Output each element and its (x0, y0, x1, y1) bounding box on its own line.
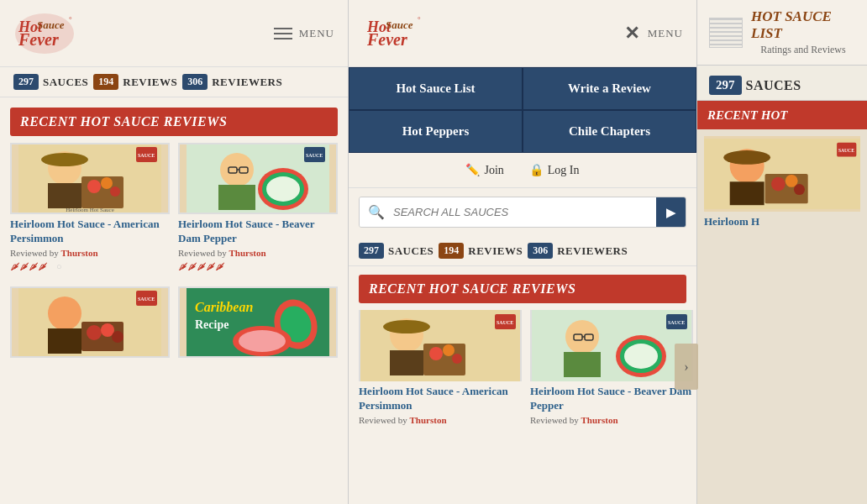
svg-text:SAUCE: SAUCE (838, 148, 854, 153)
reviewers-stat[interactable]: 306 Reviewers (182, 74, 282, 90)
svg-point-31 (48, 297, 81, 330)
reviewers-count: 306 (182, 74, 208, 90)
mobile-reviewers-stat[interactable]: 306 Reviewers (528, 243, 628, 259)
left-section-title: Recent Hot Sauce Reviews (20, 114, 227, 129)
lock-icon: 🔒 (529, 163, 544, 177)
reviews-stat[interactable]: 194 Reviews (93, 74, 177, 90)
mobile-logo-svg: Hot Sauce ° Fever (362, 10, 425, 56)
right-review-preview: SAUCE Heirloom H (697, 129, 867, 236)
svg-text:🌶🌶🌶🌶: 🌶🌶🌶🌶 (10, 261, 47, 271)
join-link[interactable]: ✏️ Join (465, 163, 503, 177)
sauces-stat[interactable]: 297 Sauces (13, 74, 88, 90)
svg-text:○: ○ (56, 261, 62, 271)
svg-text:Caribbean: Caribbean (195, 300, 253, 314)
right-sauces-count: 297 (709, 76, 742, 95)
review-img-4: Caribbean Recipe (178, 286, 338, 358)
mobile-sauces-count: 297 (359, 243, 384, 259)
hamburger-menu[interactable]: MENU (274, 27, 334, 40)
mobile-nav: Hot Sauce List Write a Review Hot Pepper… (349, 67, 696, 153)
search-button[interactable]: ▶ (656, 197, 686, 227)
svg-point-52 (383, 320, 430, 333)
mobile-sauces-stat[interactable]: 297 Sauces (359, 243, 434, 259)
mobile-reviewers-count: 306 (528, 243, 553, 259)
mobile-review-img-1: SAUCE (359, 310, 522, 381)
mobile-review-by-1: Reviewed by Thurston (359, 415, 522, 425)
sauces-count: 297 (13, 74, 39, 90)
svg-rect-53 (390, 350, 423, 375)
mobile-review-img-2: SAUCE (530, 310, 693, 381)
svg-point-11 (101, 177, 113, 189)
logo-svg: Hot Sauce ° Fever (13, 10, 76, 56)
svg-rect-65 (564, 352, 601, 377)
review-title-2: Heirloom Hot Sauce - Beaver Dam Pepper (178, 218, 338, 246)
svg-point-12 (110, 186, 120, 197)
mobile-section-header: Recent Hot Sauce Reviews (359, 275, 686, 303)
mobile-section-title: Recent Hot Sauce Reviews (369, 281, 575, 296)
svg-point-34 (87, 325, 102, 340)
svg-point-10 (87, 180, 101, 193)
mobile-review-card-2[interactable]: SAUCE Heirloom Hot Sauce - Beaver Dam Pe… (530, 310, 693, 425)
mobile-reviews-stat[interactable]: 194 Reviews (439, 243, 523, 259)
chevron-right-icon: › (684, 360, 688, 375)
right-sauces-stat[interactable]: 297 Sauces (709, 76, 855, 95)
right-sauces-label: Sauces (746, 78, 801, 93)
review-by-2: Reviewed by Thurston (178, 248, 338, 258)
mobile-reviews-label: Reviews (468, 244, 523, 258)
left-stats-bar: 297 Sauces 194 Reviews 306 Reviewers (0, 67, 348, 97)
svg-text:SAUCE: SAUCE (497, 320, 513, 325)
right-panel: Hot Sauce List Ratings and Reviews 297 S… (697, 0, 867, 504)
mobile-logo[interactable]: Hot Sauce ° Fever (362, 10, 425, 56)
svg-rect-8 (48, 183, 81, 208)
middle-panel: Hot Sauce ° Fever ✕ MENU Hot Sauce List … (349, 0, 697, 504)
right-section-header: Recent Hot (697, 101, 867, 129)
review-card-4[interactable]: Caribbean Recipe (178, 286, 338, 358)
svg-point-56 (443, 344, 455, 356)
login-link[interactable]: 🔒 Log In (529, 163, 580, 177)
review-card-2[interactable]: SAUCE Heirloom Hot Sauce - Beaver Dam Pe… (178, 143, 338, 275)
svg-text:°: ° (418, 15, 421, 24)
svg-point-78 (794, 184, 805, 195)
svg-point-45 (239, 330, 286, 352)
mobile-stats-bar: 297 Sauces 194 Reviews 306 Reviewers (349, 236, 696, 266)
left-panel: Hot Sauce ° Fever MENU 297 Sauces 194 Re… (0, 0, 349, 504)
svg-text:SAUCE: SAUCE (138, 153, 155, 158)
mobile-review-title-1: Heirloom Hot Sauce - American Persimmon (359, 385, 522, 413)
right-review-title: Heirloom H (704, 215, 860, 229)
review-card-1[interactable]: SAUCE Heirloom Hot Sauce Heirloom Hot Sa… (10, 143, 170, 275)
review-img-3: SAUCE (10, 286, 170, 358)
reviews-count: 194 (93, 74, 118, 90)
mobile-review-by-2: Reviewed by Thurston (530, 415, 693, 425)
svg-text:Fever: Fever (366, 30, 407, 49)
mobile-menu-label: MENU (648, 27, 683, 40)
stars-1: 🌶🌶🌶🌶 ○ (10, 260, 170, 275)
left-header: Hot Sauce ° Fever MENU (0, 0, 348, 67)
login-label: Log In (548, 164, 580, 177)
svg-rect-74 (730, 181, 765, 205)
close-menu-button[interactable]: ✕ (624, 23, 639, 45)
svg-text:Sauce: Sauce (37, 18, 65, 31)
review-card-3[interactable]: SAUCE (10, 286, 170, 358)
right-reviews-section: Recent Hot SAUCE Heirloom H (697, 101, 867, 504)
review-title-1: Heirloom Hot Sauce - American Persimmon (10, 218, 170, 246)
mobile-header: Hot Sauce ° Fever ✕ MENU (349, 0, 696, 67)
svg-text:Recipe: Recipe (195, 318, 229, 331)
search-input[interactable] (393, 197, 656, 227)
review-img-1: SAUCE Heirloom Hot Sauce (10, 143, 170, 214)
search-icon-wrap: 🔍 (360, 197, 393, 227)
right-title: Hot Sauce List (751, 8, 855, 42)
mobile-review-card-1[interactable]: SAUCE Heirloom Hot Sauce - American Pers… (359, 310, 522, 425)
svg-text:🌶🌶🌶🌶🌶: 🌶🌶🌶🌶🌶 (178, 261, 224, 271)
right-title-group: Hot Sauce List Ratings and Reviews (751, 8, 855, 56)
nav-item-write-review[interactable]: Write a Review (523, 67, 696, 110)
nav-item-hot-peppers[interactable]: Hot Peppers (349, 110, 523, 153)
left-section-header: Recent Hot Sauce Reviews (10, 108, 338, 136)
svg-rect-32 (48, 328, 81, 354)
nav-item-chile-chapters[interactable]: Chile Chapters (523, 110, 696, 153)
logo[interactable]: Hot Sauce ° Fever (13, 10, 76, 56)
nav-item-hot-sauce-list[interactable]: Hot Sauce List (349, 67, 523, 110)
right-subtitle: Ratings and Reviews (751, 44, 855, 56)
carousel-next-button[interactable]: › (675, 344, 698, 390)
review-img-2: SAUCE (178, 143, 338, 214)
mobile-review-title-2: Heirloom Hot Sauce - Beaver Dam Pepper (530, 385, 693, 413)
join-label: Join (484, 164, 503, 177)
